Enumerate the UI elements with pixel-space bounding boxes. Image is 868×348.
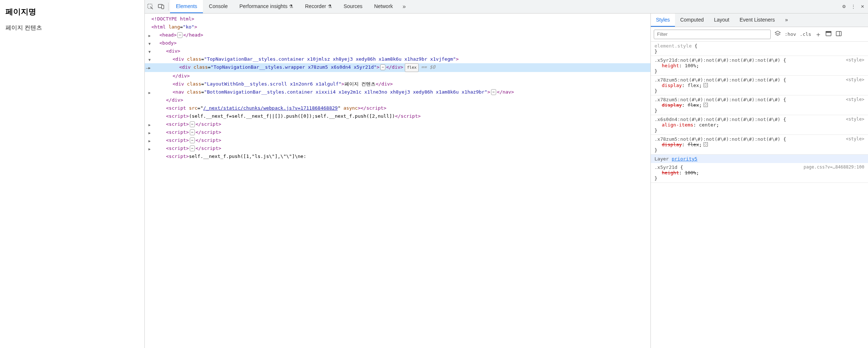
svg-rect-2 — [162, 5, 164, 9]
stab-styles[interactable]: Styles — [651, 14, 675, 27]
ellipsis-badge[interactable]: ⋯ — [380, 64, 385, 70]
flex-swatch-icon[interactable] — [703, 83, 708, 87]
dom-node[interactable]: ▼<body> — [145, 39, 650, 47]
hov-toggle[interactable]: :hov — [785, 31, 796, 37]
elements-tree[interactable]: <!DOCTYPE html> <html lang="ko"> ▶<head>… — [145, 14, 650, 348]
ellipsis-badge[interactable]: ⋯ — [190, 121, 195, 127]
ellipsis-badge[interactable]: ⋯ — [491, 89, 496, 95]
inspect-element-icon[interactable] — [145, 3, 156, 10]
rule-source-link[interactable]: <style> — [846, 136, 864, 141]
script-src-link[interactable]: /_next/static/chunks/webpack.js?v=171186… — [203, 105, 338, 111]
dom-node[interactable]: </div> — [145, 96, 650, 104]
collapse-arrow-icon[interactable]: ▼ — [148, 48, 152, 56]
rule-source-link[interactable]: <style> — [846, 57, 864, 63]
tab-recorder[interactable]: Recorder⚗ — [299, 0, 338, 13]
dom-node[interactable]: ▶<script>⋯</script> — [145, 136, 650, 144]
dom-node[interactable]: <!DOCTYPE html> — [145, 15, 650, 23]
flex-swatch-icon[interactable] — [703, 103, 708, 107]
cls-toggle[interactable]: .cls — [800, 31, 811, 37]
style-rule[interactable]: <style> .x6s0dn4:not(#\#):not(#\#):not(#… — [651, 115, 868, 135]
style-rule[interactable]: page.css?v=…8468829:100 .x5yr21d { heigh… — [651, 163, 868, 183]
stab-event-listeners[interactable]: Event Listeners — [735, 14, 780, 27]
dom-node[interactable]: ▶<script>⋯</script> — [145, 128, 650, 136]
expand-arrow-icon[interactable]: ▶ — [148, 129, 152, 137]
expand-arrow-icon[interactable]: ▶ — [148, 32, 152, 40]
dom-node[interactable]: ▶<script>⋯</script> — [145, 144, 650, 152]
expand-arrow-icon[interactable]: ▶ — [148, 121, 152, 129]
expand-arrow-icon[interactable]: ▶ — [148, 137, 152, 145]
rule-source-link[interactable]: <style> — [846, 97, 864, 102]
flask-icon: ⚗ — [289, 4, 293, 9]
page-viewport: 페이지명 페이지 컨텐츠 — [0, 0, 144, 348]
svg-rect-5 — [836, 31, 841, 36]
style-rule[interactable]: <style> .x78zum5:not(#\#):not(#\#):not(#… — [651, 95, 868, 115]
more-tabs-icon[interactable]: » — [399, 3, 410, 10]
style-rule[interactable]: <style> .x5yr21d:not(#\#):not(#\#):not(#… — [651, 56, 868, 76]
dom-node[interactable]: </div> — [145, 72, 650, 80]
ellipsis-badge[interactable]: ⋯ — [190, 145, 195, 151]
flask-icon: ⚗ — [328, 4, 332, 9]
dom-node[interactable]: ▼<div> — [145, 47, 650, 55]
toggle-sidebar-icon[interactable] — [835, 30, 842, 38]
tab-performance-insights[interactable]: Performance insights⚗ — [234, 0, 299, 13]
styles-toolbar: :hov .cls ＋ — [651, 27, 868, 42]
ellipsis-badge[interactable]: ⋯ — [177, 32, 182, 38]
device-toolbar-icon[interactable] — [156, 3, 167, 10]
stab-layout[interactable]: Layout — [709, 14, 735, 27]
dom-node[interactable]: <script src="/_next/static/chunks/webpac… — [145, 104, 650, 112]
svg-rect-4 — [826, 31, 831, 33]
ellipsis-badge[interactable]: ⋯ — [190, 137, 195, 143]
style-rule[interactable]: <style> .x78zum5:not(#\#):not(#\#):not(#… — [651, 135, 868, 155]
dom-node[interactable]: ▼<div class="TopNavigationBar__styles.co… — [145, 55, 650, 63]
ellipsis-badge[interactable]: ⋯ — [190, 129, 195, 135]
gear-icon[interactable]: ⚙ — [842, 4, 846, 9]
devtools: Elements Console Performance insights⚗ R… — [144, 0, 868, 348]
stab-computed[interactable]: Computed — [675, 14, 709, 27]
rule-source-link[interactable]: page.css?v=…8468829:100 — [804, 164, 864, 170]
rule-source-link[interactable]: <style> — [846, 117, 864, 122]
new-style-rule-icon[interactable]: ＋ — [815, 30, 822, 39]
layer-row[interactable]: Layer priority5 — [651, 155, 868, 163]
collapse-arrow-icon[interactable]: ▼ — [148, 40, 152, 48]
flex-badge[interactable]: flex — [405, 63, 419, 72]
flex-swatch-icon[interactable] — [703, 142, 708, 147]
styles-tabbar: Styles Computed Layout Event Listeners » — [651, 14, 868, 27]
rule-source-link[interactable]: <style> — [846, 77, 864, 82]
expand-arrow-icon[interactable]: ▶ — [148, 64, 152, 72]
dom-node-selected[interactable]: ⋯▶<div class="TopNavigationBar__styles.w… — [145, 63, 650, 72]
kebab-menu-icon[interactable]: ⋮ — [851, 4, 856, 9]
style-rule[interactable]: <style> .x78zum5:not(#\#):not(#\#):not(#… — [651, 76, 868, 95]
expand-arrow-icon[interactable]: ▶ — [148, 89, 152, 97]
computed-styles-sidebar-icon[interactable] — [825, 30, 832, 38]
more-tabs-icon[interactable]: » — [780, 14, 793, 27]
style-rule[interactable]: element.style { } — [651, 42, 868, 56]
tab-sources[interactable]: Sources — [338, 0, 368, 13]
styles-filter-input[interactable] — [654, 30, 771, 39]
layer-link[interactable]: priority5 — [672, 156, 697, 162]
styles-panel: Styles Computed Layout Event Listeners »… — [650, 14, 868, 348]
page-content-text: 페이지 컨텐츠 — [5, 24, 139, 32]
dom-node[interactable]: ▶<nav class="BottomNavigationBar__styles… — [145, 88, 650, 96]
dom-node[interactable]: <div class="LayoutWithGnb__styles.scroll… — [145, 80, 650, 88]
expand-arrow-icon[interactable]: ▶ — [148, 145, 152, 153]
tab-console[interactable]: Console — [203, 0, 233, 13]
collapse-arrow-icon[interactable]: ▼ — [148, 56, 152, 64]
tab-network[interactable]: Network — [368, 0, 399, 13]
styles-rules[interactable]: element.style { } <style> .x5yr21d:not(#… — [651, 42, 868, 348]
eq-dollar-zero: == $0 — [421, 64, 435, 70]
dom-node[interactable]: <script>(self.__next_f=self.__next_f||[]… — [145, 112, 650, 120]
dom-node[interactable]: <html lang="ko"> — [145, 23, 650, 31]
dom-node[interactable]: <script>self.__next_f.push([1,"ls.js\"],… — [145, 152, 650, 160]
close-icon[interactable]: ✕ — [861, 4, 864, 9]
dom-node[interactable]: ▶<script>⋯</script> — [145, 120, 650, 128]
tab-elements[interactable]: Elements — [170, 0, 203, 13]
devtools-toolbar: Elements Console Performance insights⚗ R… — [145, 0, 868, 14]
dom-node[interactable]: ▶<head>⋯</head> — [145, 31, 650, 39]
page-title: 페이지명 — [5, 7, 139, 17]
layers-icon[interactable] — [774, 30, 781, 38]
